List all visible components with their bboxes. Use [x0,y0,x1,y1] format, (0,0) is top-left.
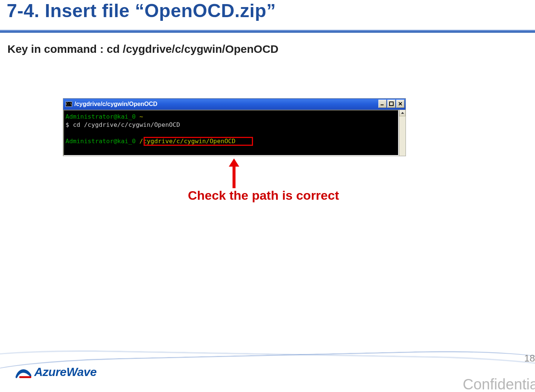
page-number: 18 [524,353,535,364]
close-icon[interactable] [396,100,404,108]
subtitle: Key in command : cd /cygdrive/c/cygwin/O… [7,43,279,55]
svg-rect-0 [381,105,384,105]
confidential-watermark: Confidentia [463,376,535,392]
scroll-up-icon[interactable] [399,110,406,116]
cmd-icon: C:\ [65,102,72,107]
annotation-text: Check the path is correct [188,188,339,203]
brand-name: AzureWave [34,365,96,379]
terminal-titlebar-text: /cygdrive/c/cygwin/OpenOCD [74,101,157,107]
window-controls [378,100,404,108]
minimize-icon[interactable] [378,100,387,108]
terminal-line: $ cd /cygdrive/c/cygwin/OpenOCD [65,121,395,129]
terminal-body[interactable]: Administrator@kai_0 ~ $ cd /cygdrive/c/c… [63,110,399,156]
svg-rect-1 [390,102,393,106]
page-title: 7-4. Insert file “OpenOCD.zip” [7,0,276,22]
scrollbar[interactable] [399,110,406,156]
terminal-titlebar: C:\ /cygdrive/c/cygwin/OpenOCD [63,99,406,110]
terminal-line: Administrator@kai_0 /cygdrive/c/cygwin/O… [65,137,395,145]
footer: AzureWave 18 Confidentia [0,340,535,385]
scroll-track[interactable] [399,116,406,156]
title-divider [0,30,535,33]
brand-mark-icon [16,366,31,379]
annotation-arrow-icon [229,158,239,188]
terminal-window: C:\ /cygdrive/c/cygwin/OpenOCD Administr… [63,99,406,156]
maximize-icon[interactable] [387,100,395,108]
brand-logo: AzureWave [16,365,96,379]
terminal-line [65,129,395,137]
terminal-line: Administrator@kai_0 ~ [65,113,395,121]
